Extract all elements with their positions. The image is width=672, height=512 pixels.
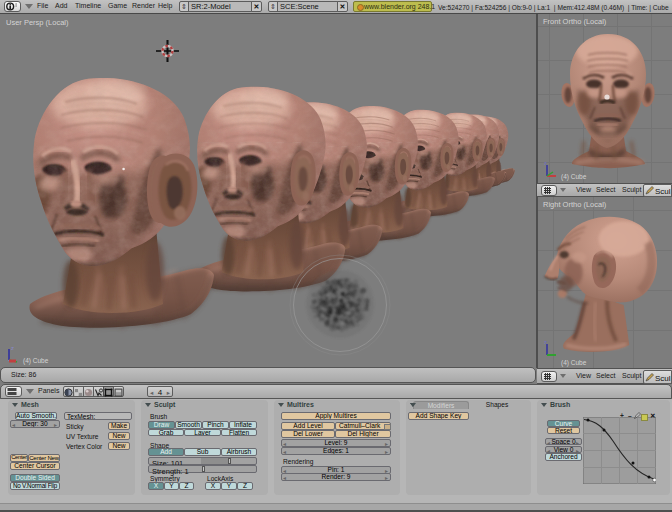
- svg-text:z: z: [544, 339, 547, 345]
- svg-text:z: z: [544, 160, 547, 166]
- svg-text:z: z: [11, 345, 14, 351]
